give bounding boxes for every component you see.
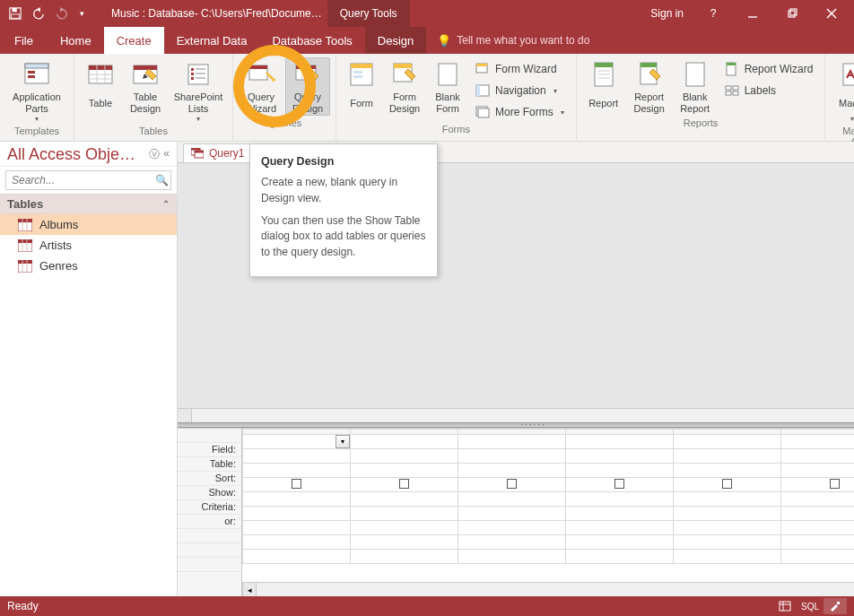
nav-search[interactable]: 🔍 xyxy=(5,170,171,190)
tab-external-data[interactable]: External Data xyxy=(164,27,260,54)
macro-button[interactable]: Macro ▾ xyxy=(831,57,854,124)
form-wizard-button[interactable]: Form Wizard xyxy=(469,59,571,79)
grid-show-cell[interactable] xyxy=(674,478,781,492)
report-wizard-button[interactable]: Report Wizard xyxy=(719,59,820,79)
grid-sort-cell[interactable] xyxy=(674,464,781,478)
grid-criteria-cell[interactable] xyxy=(351,492,458,507)
grid-cell[interactable] xyxy=(243,521,351,535)
grid-sort-cell[interactable] xyxy=(781,464,855,478)
grid-cell[interactable] xyxy=(458,550,566,564)
nav-menu-icon[interactable]: ⓥ xyxy=(149,147,160,162)
nav-item-genres[interactable]: Genres xyxy=(0,256,177,276)
grid-cell[interactable] xyxy=(674,521,781,535)
grid-criteria-cell[interactable] xyxy=(243,492,351,507)
upper-horizontal-scrollbar[interactable]: ▸ xyxy=(178,408,854,422)
grid-cell[interactable] xyxy=(566,521,674,535)
grid-cell[interactable] xyxy=(781,550,855,564)
grid-criteria-cell[interactable] xyxy=(458,492,566,507)
nav-item-artists[interactable]: Artists xyxy=(0,235,177,256)
save-icon[interactable] xyxy=(5,4,25,23)
close-button[interactable] xyxy=(813,0,850,27)
grid-sort-cell[interactable] xyxy=(458,464,566,478)
grid-cell[interactable] xyxy=(674,535,781,550)
blank-report-button[interactable]: Blank Report xyxy=(674,57,717,116)
view-datasheet-button[interactable] xyxy=(773,598,797,614)
grid-cell[interactable] xyxy=(351,550,458,564)
grid-criteria-cell[interactable] xyxy=(674,492,781,507)
nav-collapse-icon[interactable]: « xyxy=(163,147,170,162)
grid-cell[interactable] xyxy=(566,535,674,550)
grid-cell[interactable] xyxy=(566,550,674,564)
grid-cell[interactable] xyxy=(458,521,566,535)
scroll-left-button[interactable] xyxy=(178,409,192,422)
report-button[interactable]: Report xyxy=(582,57,625,116)
labels-button[interactable]: Labels xyxy=(719,81,820,100)
grid-show-cell[interactable] xyxy=(351,478,458,492)
tab-file[interactable]: File xyxy=(0,27,48,54)
grid-or-cell[interactable] xyxy=(243,507,351,521)
grid-cell[interactable] xyxy=(781,535,855,550)
grid-cell[interactable] xyxy=(243,535,351,550)
grid-criteria-cell[interactable] xyxy=(566,492,674,507)
grid-or-cell[interactable] xyxy=(458,507,566,521)
show-checkbox[interactable] xyxy=(292,479,301,489)
grid-cell[interactable] xyxy=(243,550,351,564)
scroll-track[interactable] xyxy=(257,583,854,596)
search-icon[interactable]: 🔍 xyxy=(152,174,170,187)
restore-button[interactable] xyxy=(773,0,811,27)
show-checkbox[interactable] xyxy=(722,479,732,489)
doc-tab-query1[interactable]: Query1 xyxy=(183,143,256,162)
section-collapse-icon[interactable]: ⌃ xyxy=(162,199,170,209)
grid-table-cell[interactable] xyxy=(351,449,458,464)
grid-table-cell[interactable] xyxy=(458,449,566,464)
grid-or-cell[interactable] xyxy=(674,507,781,521)
grid-cell[interactable] xyxy=(351,521,458,535)
grid-or-cell[interactable] xyxy=(351,507,458,521)
grid-field-cell[interactable] xyxy=(458,435,566,449)
grid-field-cell[interactable] xyxy=(674,435,781,449)
tab-database-tools[interactable]: Database Tools xyxy=(259,27,364,54)
grid-columns[interactable]: ▾ xyxy=(242,429,854,596)
scroll-left-button[interactable]: ◂ xyxy=(242,583,257,596)
grid-cell[interactable] xyxy=(458,535,566,550)
grid-table-cell[interactable] xyxy=(243,449,351,464)
grid-field-cell[interactable] xyxy=(351,435,458,449)
tab-home[interactable]: Home xyxy=(48,27,104,54)
grid-table[interactable]: ▾ xyxy=(242,429,854,564)
field-dropdown-button[interactable]: ▾ xyxy=(336,435,350,448)
nav-section-tables[interactable]: Tables ⌃ xyxy=(0,194,177,214)
help-button[interactable]: ? xyxy=(694,0,732,27)
grid-cell[interactable] xyxy=(351,535,458,550)
show-checkbox[interactable] xyxy=(399,479,409,489)
grid-horizontal-scrollbar[interactable]: ◂ ▸ xyxy=(242,582,854,596)
tell-me-search[interactable]: 💡 Tell me what you want to do xyxy=(426,27,600,54)
sign-in-link[interactable]: Sign in xyxy=(641,7,693,20)
query-wizard-button[interactable]: Query Wizard xyxy=(239,57,283,116)
grid-field-cell[interactable]: ▾ xyxy=(243,435,351,449)
view-sql-button[interactable]: SQL xyxy=(798,598,822,614)
table-button[interactable]: Table xyxy=(80,57,121,116)
more-forms-button[interactable]: More Forms ▾ xyxy=(469,102,571,122)
tab-design[interactable]: Design xyxy=(365,27,426,54)
grid-field-cell[interactable] xyxy=(566,435,674,449)
blank-form-button[interactable]: Blank Form xyxy=(428,57,467,116)
grid-cell[interactable] xyxy=(781,521,855,535)
tab-create[interactable]: Create xyxy=(104,27,164,54)
query-design-button[interactable]: Query Design xyxy=(285,57,330,116)
application-parts-button[interactable]: Application Parts ▾ xyxy=(5,57,68,124)
navigation-button[interactable]: Navigation ▾ xyxy=(469,81,571,100)
grid-or-cell[interactable] xyxy=(566,507,674,521)
sharepoint-lists-button[interactable]: SharePoint Lists ▾ xyxy=(170,57,227,124)
grid-sort-cell[interactable] xyxy=(243,464,351,478)
grid-show-cell[interactable] xyxy=(458,478,566,492)
undo-icon[interactable] xyxy=(29,4,48,23)
show-checkbox[interactable] xyxy=(614,479,624,489)
grid-table-cell[interactable] xyxy=(674,449,781,464)
grid-show-cell[interactable] xyxy=(566,478,674,492)
grid-field-cell[interactable] xyxy=(781,435,855,449)
view-design-button[interactable] xyxy=(824,598,847,614)
nav-header[interactable]: All Access Obje… ⓥ « xyxy=(0,142,177,167)
form-button[interactable]: Form xyxy=(342,57,381,116)
grid-table-cell[interactable] xyxy=(781,449,855,464)
grid-show-cell[interactable] xyxy=(243,478,351,492)
